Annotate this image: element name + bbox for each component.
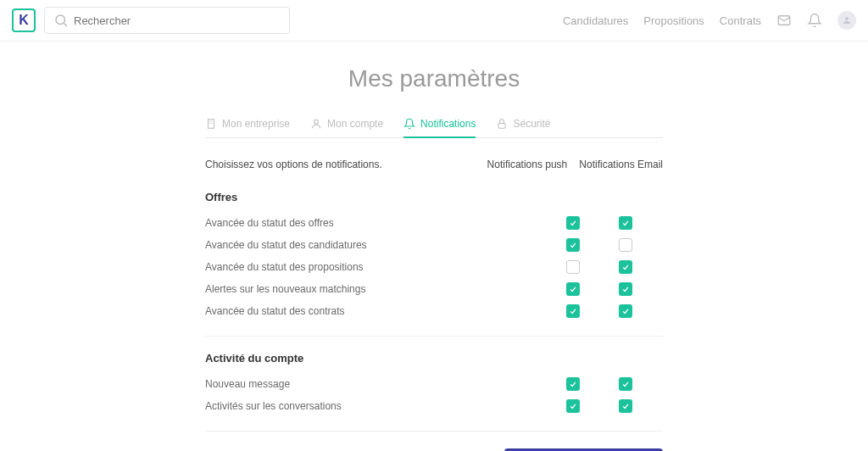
app-header: K Candidatures Propositions Contrats: [0, 0, 868, 42]
lock-icon: [496, 118, 508, 130]
row-label: Alertes sur les nouveaux matchings: [205, 283, 566, 295]
checkbox-email[interactable]: [619, 282, 632, 296]
notification-row: Activités sur les conversations: [205, 395, 663, 417]
header-nav: Candidatures Propositions Contrats: [563, 11, 856, 30]
page-title: Mes paramètres: [205, 65, 663, 92]
tab-label: Mon entreprise: [222, 118, 290, 130]
svg-point-3: [845, 17, 849, 20]
checkbox-push[interactable]: [566, 304, 580, 318]
sections-container: OffresAvancée du statut des offresAvancé…: [205, 191, 663, 432]
tab-mon-entreprise[interactable]: Mon entreprise: [205, 111, 290, 138]
settings-page: Mes paramètres Mon entrepriseMon compteN…: [197, 65, 671, 451]
notification-row: Avancée du statut des candidatures: [205, 234, 663, 256]
svg-rect-4: [209, 120, 214, 129]
row-label: Avancée du statut des contrats: [205, 305, 566, 317]
intro-row: Choisissez vos options de notifications.…: [205, 138, 663, 175]
checkbox-email[interactable]: [619, 304, 632, 318]
tab-notifications[interactable]: Notifications: [403, 111, 476, 138]
row-label: Avancée du statut des candidatures: [205, 239, 566, 251]
row-label: Nouveau message: [205, 378, 566, 390]
checkbox-push[interactable]: [566, 260, 580, 274]
section-title: Activité du compte: [205, 352, 663, 365]
tab-label: Mon compte: [327, 118, 383, 130]
notification-row: Alertes sur les nouveaux matchings: [205, 278, 663, 300]
row-label: Avancée du statut des offres: [205, 217, 566, 229]
search-box[interactable]: [44, 7, 290, 34]
nav-candidatures[interactable]: Candidatures: [563, 14, 628, 27]
avatar[interactable]: [837, 11, 856, 30]
notification-row: Nouveau message: [205, 373, 663, 395]
checkbox-push[interactable]: [566, 238, 580, 252]
notification-row: Avancée du statut des propositions: [205, 256, 663, 278]
tab-sécurité[interactable]: Sécurité: [496, 111, 550, 138]
checkbox-push[interactable]: [566, 377, 580, 391]
tab-mon-compte[interactable]: Mon compte: [310, 111, 383, 138]
intro-text: Choisissez vos options de notifications.: [205, 159, 382, 170]
search-icon: [53, 13, 69, 28]
tab-label: Notifications: [420, 118, 476, 130]
checkbox-email[interactable]: [619, 238, 632, 252]
row-label: Avancée du statut des propositions: [205, 261, 566, 273]
nav-contrats[interactable]: Contrats: [720, 14, 761, 27]
svg-rect-10: [498, 123, 505, 128]
tab-label: Sécurité: [513, 118, 550, 130]
checkbox-email[interactable]: [619, 216, 632, 230]
checkbox-email[interactable]: [619, 377, 632, 391]
logo[interactable]: K: [12, 8, 36, 32]
checkbox-push[interactable]: [566, 282, 580, 296]
svg-point-0: [56, 15, 65, 25]
column-header-push: Notifications push: [487, 159, 568, 170]
section-title: Offres: [205, 191, 663, 203]
search-input[interactable]: [74, 14, 281, 27]
svg-line-1: [64, 23, 66, 25]
nav-propositions[interactable]: Propositions: [643, 14, 704, 27]
checkbox-email[interactable]: [619, 260, 632, 274]
section-0: OffresAvancée du statut des offresAvancé…: [205, 191, 663, 337]
checkbox-push[interactable]: [566, 399, 580, 413]
column-header-email: Notifications Email: [579, 159, 663, 170]
settings-tabs: Mon entrepriseMon compteNotificationsSéc…: [205, 111, 663, 138]
building-icon: [205, 118, 217, 130]
notification-row: Avancée du statut des contrats: [205, 300, 663, 322]
bell-icon: [403, 118, 415, 130]
bell-icon[interactable]: [807, 13, 822, 28]
user-icon: [310, 118, 322, 130]
mail-icon[interactable]: [776, 13, 792, 28]
svg-point-9: [314, 120, 319, 124]
checkbox-email[interactable]: [619, 399, 632, 413]
section-1: Activité du compteNouveau messageActivit…: [205, 352, 663, 432]
notification-row: Avancée du statut des offres: [205, 212, 663, 234]
row-label: Activités sur les conversations: [205, 400, 566, 412]
checkbox-push[interactable]: [566, 216, 580, 230]
